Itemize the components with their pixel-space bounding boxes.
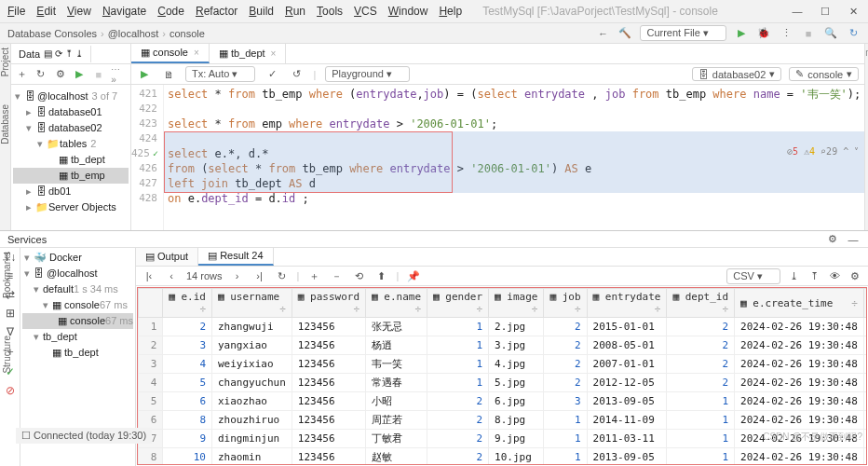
table-row[interactable]: 23yangxiao123456杨逍13.jpg22008-05-0122024…	[139, 336, 868, 355]
menu-navigate[interactable]: Navigate	[102, 5, 146, 18]
menu-file[interactable]: File	[7, 5, 25, 18]
output-tab[interactable]: ▤ Output	[136, 248, 198, 266]
close-icon[interactable]: ✕	[846, 4, 861, 19]
debug-icon[interactable]: 🐞	[756, 26, 771, 41]
col-header[interactable]: ▦ dept_id÷	[667, 289, 735, 318]
playground-dropdown[interactable]: Playground ▾	[325, 66, 410, 82]
add-icon[interactable]: ＋	[15, 67, 29, 82]
execute-plan-icon[interactable]: 🗎	[161, 67, 176, 82]
first-page-icon[interactable]: |‹	[142, 268, 156, 283]
settings-icon[interactable]: ⚙	[53, 67, 67, 82]
database-tree[interactable]: ▾🗄@localhost3 of 7▸🗄database01▾🗄database…	[11, 85, 130, 219]
editor-tab[interactable]: ▦ tb_dept×	[210, 44, 287, 63]
table-row[interactable]: 45changyuchun123456常遇春15.jpg22012-12-052…	[139, 374, 868, 392]
col-header[interactable]: ▦ e.create_time÷	[735, 289, 864, 318]
project-tool[interactable]: Project	[0, 48, 10, 76]
last-page-icon[interactable]: ›|	[252, 268, 267, 283]
table-row[interactable]: 68zhouzhiruo123456周芷若28.jpg12014-11-0912…	[139, 411, 868, 430]
tx-mode-dropdown[interactable]: Tx: Auto ▾	[185, 66, 255, 82]
search-icon[interactable]: 🔍	[823, 26, 838, 41]
execute-icon[interactable]	[137, 67, 152, 82]
svc-node[interactable]: ▾🗄 @localhost	[22, 266, 133, 281]
db-tool-tab[interactable]: Data ▤ ⟳ ⤒ ⤓	[11, 46, 91, 62]
pin-icon[interactable]: 📌	[406, 268, 421, 283]
stop-icon[interactable]: ■	[801, 26, 816, 41]
run-config-dropdown[interactable]: Current File ▾	[640, 25, 726, 41]
tree-node[interactable]: ▸🗄database01	[13, 104, 129, 120]
export-icon[interactable]: ⤓	[786, 268, 801, 283]
table-row[interactable]: 56xiaozhao123456小昭26.jpg32013-09-0512024…	[139, 392, 868, 411]
view-icon[interactable]: 👁	[827, 268, 842, 283]
crumb-2[interactable]: console	[170, 28, 205, 39]
rollback-icon[interactable]: ↺	[289, 67, 304, 82]
col-header[interactable]: ▦ entrydate÷	[587, 289, 667, 318]
export-format-dropdown[interactable]: CSV ▾	[726, 268, 780, 284]
table-row[interactable]: 810zhaomin123456赵敏210.jpg12013-09-051202…	[139, 448, 868, 466]
tree-node[interactable]: ▦tb_dept	[13, 152, 129, 168]
sync-icon[interactable]: ↻	[846, 26, 861, 41]
build-icon[interactable]: 🔨	[617, 26, 632, 41]
bookmarks-tool[interactable]: Bookmarks	[2, 252, 12, 298]
table-row[interactable]: 12zhangwuji123456张无忌12.jpg22015-01-01220…	[139, 318, 868, 336]
code-editor[interactable]: select * from tb_emp where (entrydate,jo…	[164, 85, 864, 230]
tree-node[interactable]: ▾🗄@localhost3 of 7	[13, 89, 129, 104]
table-row[interactable]: 79dingminjun123456丁敏君29.jpg12011-03-1112…	[139, 430, 868, 448]
menu-refactor[interactable]: Refactor	[196, 5, 237, 18]
menu-view[interactable]: View	[67, 5, 91, 18]
run-query-icon[interactable]	[73, 67, 87, 82]
database-tool[interactable]: Database	[0, 104, 10, 144]
add-row-icon[interactable]: ＋	[306, 268, 321, 283]
minimize-icon[interactable]: —	[790, 4, 805, 19]
menu-window[interactable]: Window	[388, 5, 428, 18]
col-header[interactable]: ▦ e.id÷	[163, 289, 212, 318]
menu-run[interactable]: Run	[285, 5, 305, 18]
menu-edit[interactable]: Edit	[36, 5, 56, 18]
reload-icon[interactable]: ↻	[275, 268, 290, 283]
editor-tab[interactable]: ▦ console×	[131, 44, 210, 63]
output-tab[interactable]: ▤ Result 24	[198, 248, 274, 266]
tree-node[interactable]: ▾📁tables2	[13, 136, 129, 152]
remove-row-icon[interactable]: －	[329, 268, 344, 283]
svc-node[interactable]: ▦ console 67 ms	[22, 313, 133, 329]
menu-help[interactable]: Help	[439, 5, 462, 18]
more-run-icon[interactable]: ⋮	[779, 26, 793, 41]
run-icon[interactable]	[734, 26, 749, 41]
svc-node[interactable]: ▦ tb_dept	[22, 345, 133, 361]
revert-icon[interactable]: ⟲	[351, 268, 366, 283]
menu-tools[interactable]: Tools	[317, 5, 343, 18]
import-icon[interactable]: ⤒	[807, 268, 821, 283]
menu-vcs[interactable]: VCS	[354, 5, 377, 18]
stop-query-icon[interactable]: ■	[92, 67, 106, 82]
col-header[interactable]: ▦ password÷	[292, 289, 365, 318]
inspection-hints[interactable]: ⊘5 ⚠4 ⌕29 ^ ˅	[787, 144, 859, 159]
close-tab-icon[interactable]: ×	[271, 48, 277, 59]
crumb-0[interactable]: Database Consoles	[7, 28, 97, 39]
col-header[interactable]: ▦ e.update_time÷	[863, 289, 867, 318]
col-header[interactable]: ▦ job÷	[544, 289, 587, 318]
tree-node[interactable]: ▦tb_emp	[13, 168, 129, 184]
session-chip[interactable]: ✎ console ▾	[789, 67, 859, 81]
commit-icon[interactable]: ✓	[264, 67, 279, 82]
services-hide-icon[interactable]: —	[846, 232, 861, 247]
tree-node[interactable]: ▸📁Server Objects	[13, 199, 129, 215]
group-icon[interactable]: ⊞	[6, 307, 15, 320]
tree-node[interactable]: ▾🗄database02	[13, 120, 129, 136]
cancel-icon[interactable]: ⊘	[6, 384, 15, 397]
col-header[interactable]: ▦ e.name÷	[366, 289, 427, 318]
submit-icon[interactable]: ⬆	[373, 268, 388, 283]
settings2-icon[interactable]: ⚙	[848, 268, 862, 283]
svc-node[interactable]: ▾🐳 Docker	[22, 250, 133, 266]
back-icon[interactable]: ←	[595, 26, 610, 41]
services-settings-icon[interactable]: ⚙	[825, 232, 840, 247]
refresh-icon[interactable]: ↻	[34, 67, 48, 82]
crumb-1[interactable]: @localhost	[108, 28, 159, 39]
col-header[interactable]: ▦ image÷	[489, 289, 544, 318]
maximize-icon[interactable]: ☐	[818, 4, 833, 19]
svc-node[interactable]: ▾ default 1 s 34 ms	[22, 281, 133, 297]
prev-page-icon[interactable]: ‹	[164, 268, 179, 283]
next-page-icon[interactable]: ›	[230, 268, 245, 283]
close-tab-icon[interactable]: ×	[194, 48, 199, 58]
tree-node[interactable]: ▸🗄db01	[13, 184, 129, 199]
result-grid[interactable]: ▦ e.id÷▦ username÷▦ password÷▦ e.name÷▦ …	[137, 287, 867, 465]
schema-chip[interactable]: 🗄 database02 ▾	[692, 67, 782, 81]
